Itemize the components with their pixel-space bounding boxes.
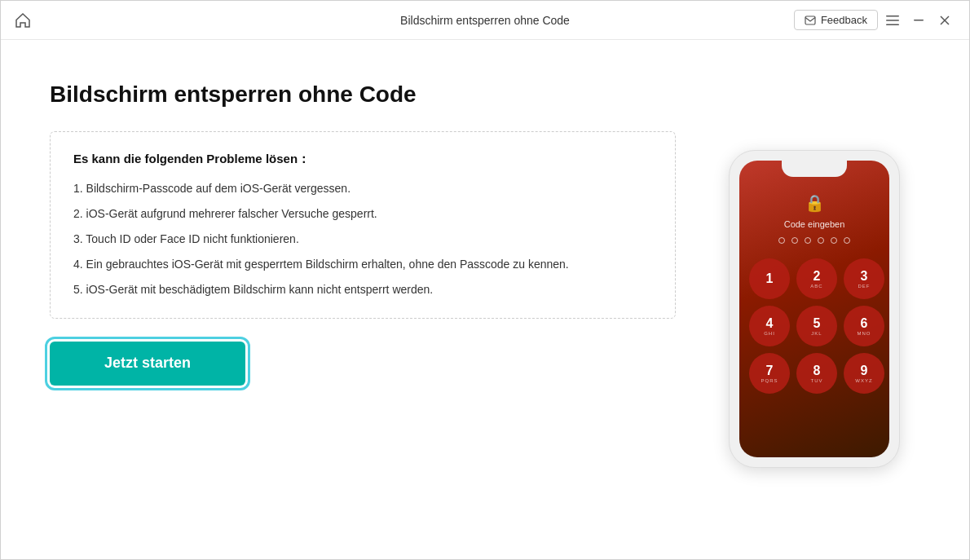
minimize-icon bbox=[914, 20, 924, 21]
key-8[interactable]: 8TUV bbox=[796, 353, 837, 394]
phone-mockup: 🔒 Code eingeben 1 2ABC 3DEF 4GHI 5JKL bbox=[729, 150, 900, 468]
mail-icon bbox=[805, 15, 816, 25]
svg-rect-2 bbox=[886, 20, 899, 21]
feedback-button[interactable]: Feedback bbox=[794, 10, 878, 30]
dot-5 bbox=[831, 237, 837, 244]
dot-2 bbox=[791, 237, 798, 244]
dot-1 bbox=[778, 237, 785, 244]
key-2[interactable]: 2ABC bbox=[796, 258, 837, 299]
key-4[interactable]: 4GHI bbox=[749, 306, 790, 346]
home-icon[interactable] bbox=[14, 11, 32, 29]
passcode-label: Code eingeben bbox=[784, 219, 845, 229]
left-panel: Bildschirm entsperren ohne Code Es kann … bbox=[50, 81, 676, 528]
dot-3 bbox=[805, 237, 811, 244]
svg-rect-1 bbox=[886, 15, 899, 17]
titlebar: Bildschirm entsperren ohne Code Feedback bbox=[1, 1, 969, 40]
key-5[interactable]: 5JKL bbox=[796, 306, 837, 346]
app-title: Bildschirm entsperren ohne Code bbox=[400, 14, 570, 27]
phone-notch bbox=[782, 161, 847, 177]
main-content: Bildschirm entsperren ohne Code Es kann … bbox=[1, 40, 969, 560]
minimize-button[interactable] bbox=[907, 9, 930, 32]
phone-screen: 🔒 Code eingeben 1 2ABC 3DEF 4GHI 5JKL bbox=[739, 161, 889, 457]
list-item: 2. iOS-Gerät aufgrund mehrerer falscher … bbox=[73, 205, 652, 223]
menu-button[interactable] bbox=[881, 9, 904, 32]
right-panel: 🔒 Code eingeben 1 2ABC 3DEF 4GHI 5JKL bbox=[708, 81, 920, 528]
start-button[interactable]: Jetzt starten bbox=[50, 342, 245, 386]
close-button[interactable] bbox=[933, 9, 956, 32]
list-item: 3. Touch ID oder Face ID nicht funktioni… bbox=[73, 231, 652, 248]
lock-icon: 🔒 bbox=[805, 193, 825, 213]
keypad: 1 2ABC 3DEF 4GHI 5JKL 6MNO 7PQRS 8TUV 9W… bbox=[739, 258, 889, 394]
hamburger-icon bbox=[886, 15, 899, 26]
titlebar-left bbox=[14, 11, 32, 29]
dots-row bbox=[778, 237, 850, 244]
key-3[interactable]: 3DEF bbox=[844, 258, 884, 299]
dot-6 bbox=[844, 237, 850, 244]
titlebar-right: Feedback bbox=[794, 9, 956, 32]
dot-4 bbox=[818, 237, 824, 244]
info-box: Es kann die folgenden Probleme lösen： 1.… bbox=[50, 131, 676, 319]
list-item: 4. Ein gebrauchtes iOS-Gerät mit gesperr… bbox=[73, 256, 652, 273]
page-title: Bildschirm entsperren ohne Code bbox=[50, 81, 676, 108]
key-1[interactable]: 1 bbox=[749, 258, 790, 299]
svg-rect-3 bbox=[886, 24, 899, 25]
svg-rect-0 bbox=[805, 16, 815, 24]
feedback-label: Feedback bbox=[821, 14, 867, 26]
list-item: 1. Bildschirm-Passcode auf dem iOS-Gerät… bbox=[73, 180, 652, 197]
list-item: 5. iOS-Gerät mit beschädigtem Bildschirm… bbox=[73, 281, 652, 298]
info-box-title: Es kann die folgenden Probleme lösen： bbox=[73, 152, 652, 167]
svg-rect-4 bbox=[914, 20, 924, 21]
key-7[interactable]: 7PQRS bbox=[749, 353, 790, 394]
key-9[interactable]: 9WXYZ bbox=[844, 353, 884, 394]
key-6[interactable]: 6MNO bbox=[844, 306, 884, 346]
close-icon bbox=[940, 15, 950, 25]
info-list: 1. Bildschirm-Passcode auf dem iOS-Gerät… bbox=[73, 180, 652, 298]
